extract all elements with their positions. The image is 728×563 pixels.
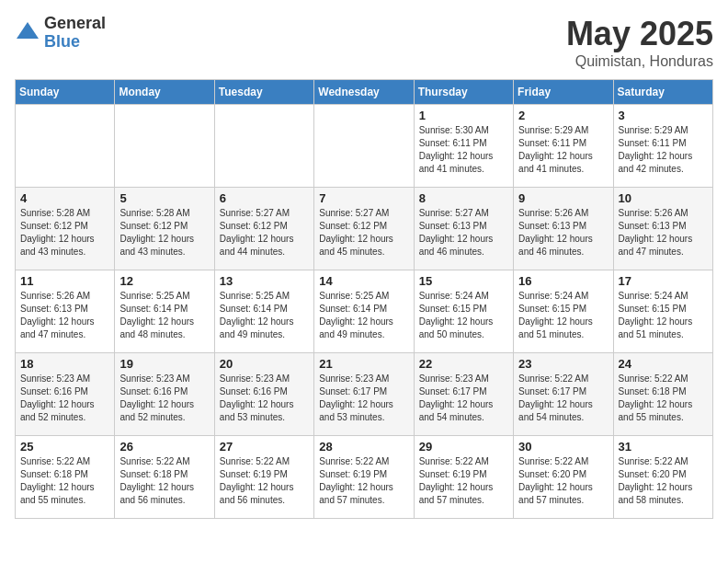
day-number: 19 [119, 357, 209, 371]
calendar-cell: 10Sunrise: 5:26 AM Sunset: 6:13 PM Dayli… [613, 188, 712, 270]
calendar-cell: 20Sunrise: 5:23 AM Sunset: 6:16 PM Dayli… [214, 353, 313, 436]
day-number: 9 [518, 191, 608, 205]
header-wednesday: Wednesday [314, 80, 414, 105]
svg-marker-0 [17, 22, 39, 39]
header-sunday: Sunday [16, 80, 115, 105]
calendar-cell: 5Sunrise: 5:28 AM Sunset: 6:12 PM Daylig… [115, 188, 214, 270]
day-number: 29 [419, 440, 508, 454]
calendar-cell: 4Sunrise: 5:28 AM Sunset: 6:12 PM Daylig… [16, 188, 115, 270]
day-number: 12 [119, 274, 209, 288]
calendar-cell: 24Sunrise: 5:22 AM Sunset: 6:18 PM Dayli… [613, 353, 712, 436]
day-info: Sunrise: 5:22 AM Sunset: 6:19 PM Dayligh… [319, 455, 408, 507]
calendar-cell [214, 105, 313, 188]
header-tuesday: Tuesday [214, 80, 313, 105]
calendar-cell: 28Sunrise: 5:22 AM Sunset: 6:19 PM Dayli… [314, 436, 414, 519]
day-info: Sunrise: 5:30 AM Sunset: 6:11 PM Dayligh… [419, 124, 508, 176]
day-info: Sunrise: 5:27 AM Sunset: 6:12 PM Dayligh… [319, 207, 408, 259]
calendar-cell: 16Sunrise: 5:24 AM Sunset: 6:15 PM Dayli… [514, 270, 613, 353]
day-number: 25 [20, 440, 109, 454]
day-number: 3 [619, 109, 708, 122]
day-info: Sunrise: 5:26 AM Sunset: 6:13 PM Dayligh… [518, 207, 608, 259]
day-info: Sunrise: 5:22 AM Sunset: 6:17 PM Dayligh… [518, 373, 608, 424]
day-info: Sunrise: 5:22 AM Sunset: 6:19 PM Dayligh… [220, 455, 309, 507]
calendar-cell: 7Sunrise: 5:27 AM Sunset: 6:12 PM Daylig… [314, 188, 414, 270]
calendar-table: SundayMondayTuesdayWednesdayThursdayFrid… [15, 79, 713, 519]
calendar-cell: 22Sunrise: 5:23 AM Sunset: 6:17 PM Dayli… [414, 353, 513, 436]
day-info: Sunrise: 5:22 AM Sunset: 6:18 PM Dayligh… [20, 455, 109, 507]
day-number: 30 [518, 440, 608, 454]
header-monday: Monday [115, 80, 214, 105]
day-number: 10 [619, 191, 708, 205]
day-info: Sunrise: 5:27 AM Sunset: 6:13 PM Dayligh… [419, 207, 508, 259]
calendar-week-row: 18Sunrise: 5:23 AM Sunset: 6:16 PM Dayli… [16, 353, 713, 436]
calendar-cell: 30Sunrise: 5:22 AM Sunset: 6:20 PM Dayli… [514, 436, 613, 519]
day-number: 13 [220, 274, 309, 288]
day-info: Sunrise: 5:25 AM Sunset: 6:14 PM Dayligh… [119, 290, 209, 341]
calendar-cell: 17Sunrise: 5:24 AM Sunset: 6:15 PM Dayli… [613, 270, 712, 353]
day-number: 2 [518, 109, 608, 122]
day-number: 22 [419, 357, 508, 371]
day-info: Sunrise: 5:24 AM Sunset: 6:15 PM Dayligh… [518, 290, 608, 341]
day-number: 28 [319, 440, 408, 454]
calendar-cell: 21Sunrise: 5:23 AM Sunset: 6:17 PM Dayli… [314, 353, 414, 436]
calendar-cell: 25Sunrise: 5:22 AM Sunset: 6:18 PM Dayli… [16, 436, 115, 519]
day-info: Sunrise: 5:29 AM Sunset: 6:11 PM Dayligh… [619, 124, 708, 176]
day-info: Sunrise: 5:26 AM Sunset: 6:13 PM Dayligh… [619, 207, 708, 259]
day-number: 21 [319, 357, 408, 371]
calendar-cell [314, 105, 414, 188]
day-number: 6 [220, 191, 309, 205]
calendar-cell: 31Sunrise: 5:22 AM Sunset: 6:20 PM Dayli… [613, 436, 712, 519]
calendar-cell: 1Sunrise: 5:30 AM Sunset: 6:11 PM Daylig… [414, 105, 513, 188]
calendar-cell: 26Sunrise: 5:22 AM Sunset: 6:18 PM Dayli… [115, 436, 214, 519]
day-info: Sunrise: 5:23 AM Sunset: 6:16 PM Dayligh… [119, 373, 209, 424]
day-info: Sunrise: 5:22 AM Sunset: 6:20 PM Dayligh… [518, 455, 608, 507]
logo-blue: Blue [44, 33, 106, 52]
page-header: General Blue May 2025 Quimistan, Hondura… [15, 15, 713, 70]
logo-icon [15, 20, 40, 46]
title-block: May 2025 Quimistan, Honduras [566, 15, 713, 70]
day-number: 14 [319, 274, 408, 288]
day-number: 18 [20, 357, 109, 371]
day-info: Sunrise: 5:25 AM Sunset: 6:14 PM Dayligh… [319, 290, 408, 341]
day-number: 27 [220, 440, 309, 454]
calendar-cell [16, 105, 115, 188]
calendar-cell: 9Sunrise: 5:26 AM Sunset: 6:13 PM Daylig… [514, 188, 613, 270]
day-number: 4 [20, 191, 109, 205]
day-info: Sunrise: 5:27 AM Sunset: 6:12 PM Dayligh… [220, 207, 309, 259]
calendar-cell: 23Sunrise: 5:22 AM Sunset: 6:17 PM Dayli… [514, 353, 613, 436]
calendar-cell: 2Sunrise: 5:29 AM Sunset: 6:11 PM Daylig… [514, 105, 613, 188]
day-info: Sunrise: 5:22 AM Sunset: 6:20 PM Dayligh… [619, 455, 708, 507]
day-number: 8 [419, 191, 508, 205]
header-saturday: Saturday [613, 80, 712, 105]
header-friday: Friday [514, 80, 613, 105]
day-info: Sunrise: 5:24 AM Sunset: 6:15 PM Dayligh… [619, 290, 708, 341]
logo-general: General [44, 15, 106, 33]
day-number: 11 [20, 274, 109, 288]
logo: General Blue [15, 15, 106, 52]
logo-text: General Blue [44, 15, 106, 52]
day-info: Sunrise: 5:24 AM Sunset: 6:15 PM Dayligh… [419, 290, 508, 341]
day-number: 23 [518, 357, 608, 371]
day-number: 16 [518, 274, 608, 288]
day-info: Sunrise: 5:22 AM Sunset: 6:18 PM Dayligh… [119, 455, 209, 507]
calendar-week-row: 11Sunrise: 5:26 AM Sunset: 6:13 PM Dayli… [16, 270, 713, 353]
day-number: 1 [419, 109, 508, 122]
day-info: Sunrise: 5:28 AM Sunset: 6:12 PM Dayligh… [20, 207, 109, 259]
day-info: Sunrise: 5:26 AM Sunset: 6:13 PM Dayligh… [20, 290, 109, 341]
calendar-cell: 3Sunrise: 5:29 AM Sunset: 6:11 PM Daylig… [613, 105, 712, 188]
calendar-cell: 18Sunrise: 5:23 AM Sunset: 6:16 PM Dayli… [16, 353, 115, 436]
day-number: 20 [220, 357, 309, 371]
day-info: Sunrise: 5:22 AM Sunset: 6:19 PM Dayligh… [419, 455, 508, 507]
day-info: Sunrise: 5:29 AM Sunset: 6:11 PM Dayligh… [518, 124, 608, 176]
calendar-cell [115, 105, 214, 188]
day-number: 7 [319, 191, 408, 205]
calendar-cell: 29Sunrise: 5:22 AM Sunset: 6:19 PM Dayli… [414, 436, 513, 519]
day-info: Sunrise: 5:23 AM Sunset: 6:16 PM Dayligh… [220, 373, 309, 424]
calendar-week-row: 4Sunrise: 5:28 AM Sunset: 6:12 PM Daylig… [16, 188, 713, 270]
calendar-cell: 15Sunrise: 5:24 AM Sunset: 6:15 PM Dayli… [414, 270, 513, 353]
day-number: 31 [619, 440, 708, 454]
day-info: Sunrise: 5:25 AM Sunset: 6:14 PM Dayligh… [220, 290, 309, 341]
day-info: Sunrise: 5:23 AM Sunset: 6:17 PM Dayligh… [319, 373, 408, 424]
calendar-cell: 11Sunrise: 5:26 AM Sunset: 6:13 PM Dayli… [16, 270, 115, 353]
calendar-header-row: SundayMondayTuesdayWednesdayThursdayFrid… [16, 80, 713, 105]
